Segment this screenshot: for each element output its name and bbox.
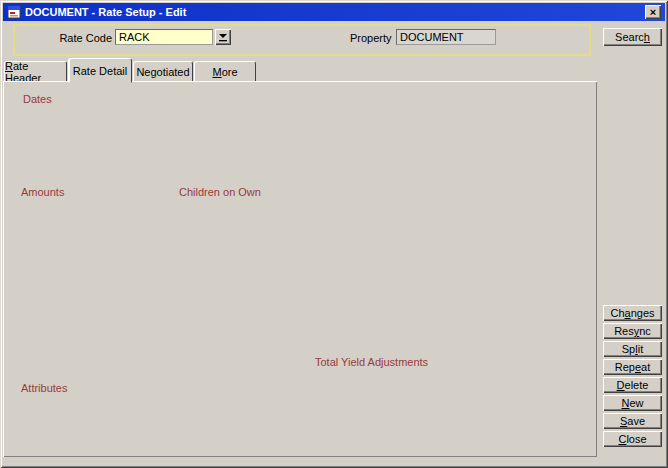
- new-button[interactable]: New: [603, 395, 662, 411]
- save-button-label: Save: [620, 415, 645, 427]
- tab-rate-header-label: Rate Header: [5, 60, 66, 84]
- app-icon: [7, 5, 21, 19]
- repeat-button-label: Repeat: [615, 361, 651, 373]
- rate-code-label: Rate Code: [28, 32, 112, 45]
- action-button-column: Changes Resync Split Repeat Delete New S…: [603, 305, 662, 447]
- repeat-button[interactable]: Repeat: [603, 359, 662, 375]
- split-button-label: Split: [622, 343, 643, 355]
- rate-setup-window: DOCUMENT - Rate Setup - Edit × Rate Code…: [0, 0, 668, 468]
- yield-group-label: Total Yield Adjustments: [312, 357, 431, 368]
- delete-button[interactable]: Delete: [603, 377, 662, 393]
- children-group-label: Children on Own: [176, 187, 264, 198]
- rate-code-dropdown-button[interactable]: [215, 29, 231, 45]
- title-bar: DOCUMENT - Rate Setup - Edit ×: [3, 3, 665, 21]
- delete-button-label: Delete: [617, 379, 649, 391]
- changes-button[interactable]: Changes: [603, 305, 662, 321]
- save-button[interactable]: Save: [603, 413, 662, 429]
- new-button-label: New: [621, 397, 643, 409]
- resync-button-label: Resync: [614, 325, 651, 337]
- window-title: DOCUMENT - Rate Setup - Edit: [25, 6, 186, 18]
- tab-rate-detail-label: Rate Detail: [73, 65, 127, 77]
- resync-button[interactable]: Resync: [603, 323, 662, 339]
- search-button[interactable]: Search: [603, 28, 662, 46]
- tab-more[interactable]: More: [194, 61, 256, 82]
- close-button[interactable]: ×: [645, 5, 661, 19]
- dropdown-arrow-icon: [219, 33, 228, 42]
- tab-more-label: More: [212, 66, 237, 78]
- rate-code-input[interactable]: [115, 29, 213, 45]
- close-button-bottom[interactable]: Close: [603, 431, 662, 447]
- dates-group-label: Dates: [20, 94, 55, 105]
- close-button-label: Close: [618, 433, 646, 445]
- property-label: Property: [350, 32, 392, 45]
- property-field: [396, 29, 496, 45]
- tab-rate-header[interactable]: Rate Header: [4, 61, 67, 82]
- tab-rate-detail[interactable]: Rate Detail: [68, 58, 132, 83]
- close-icon: ×: [650, 7, 656, 17]
- search-button-label: Search: [615, 31, 650, 43]
- amounts-group-label: Amounts: [18, 187, 67, 198]
- rate-detail-panel: [3, 81, 597, 457]
- changes-button-label: Changes: [610, 307, 654, 319]
- tab-negotiated-label: Negotiated: [136, 66, 189, 78]
- tab-negotiated[interactable]: Negotiated: [133, 61, 193, 82]
- attributes-group-label: Attributes: [18, 383, 70, 394]
- split-button[interactable]: Split: [603, 341, 662, 357]
